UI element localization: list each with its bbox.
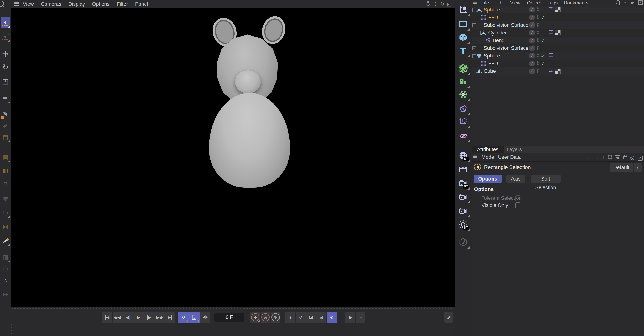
section-tab-options[interactable]: Options (474, 175, 502, 183)
tree-row-sphere[interactable]: −Sphere╱✓ (472, 52, 644, 60)
goto-end-button[interactable]: ▶| (165, 312, 175, 322)
editor-visibility-toggle[interactable]: ╱ (530, 15, 535, 20)
phong-tag-icon[interactable] (548, 7, 553, 13)
selection-frame-tool[interactable]: ◌ (0, 263, 10, 274)
filter-icon[interactable] (615, 155, 620, 161)
checkbox-tolerant-selection[interactable] (515, 195, 520, 201)
enabled-check-icon[interactable]: ✓ (541, 53, 545, 59)
tree-row-ffd[interactable]: FFD╱✓ (472, 14, 644, 21)
search-icon[interactable] (608, 155, 612, 161)
bend-deformer-button[interactable] (456, 103, 470, 116)
knife-tool[interactable] (0, 235, 10, 247)
popout-icon[interactable]: ↗ (638, 0, 643, 5)
align-edge-tool[interactable]: ⋈ (0, 221, 10, 233)
scale-tool[interactable]: ◳ (0, 76, 10, 87)
tree-row-ffd[interactable]: FFD╱✓ (472, 60, 644, 67)
visibility-dots[interactable] (537, 53, 538, 58)
visibility-dots[interactable] (537, 22, 538, 27)
primitive-cube-button[interactable] (456, 31, 470, 44)
editor-visibility-toggle[interactable]: ╱ (530, 7, 535, 12)
object-label[interactable]: Subdivision Surface (484, 45, 528, 51)
loop-mode-button[interactable]: ↻ (178, 312, 189, 322)
collapse-toggle[interactable]: − (472, 54, 476, 58)
axis-cube-button[interactable] (456, 116, 470, 129)
focus-icon[interactable]: ◎ (630, 154, 635, 161)
sky-globe-button[interactable]: ST (456, 149, 470, 162)
mograph-gear-button[interactable] (456, 88, 470, 101)
preset-dropdown[interactable]: Default (610, 163, 633, 172)
enabled-check-icon[interactable]: ✓ (541, 37, 545, 44)
om-menu-bookmarks[interactable]: Bookmarks (564, 0, 588, 6)
motion-orbit-button[interactable]: ◔ (356, 312, 366, 322)
visibility-dots[interactable] (537, 30, 538, 35)
object-label[interactable]: Sphere.1 (484, 7, 504, 13)
phong-tag-icon[interactable] (548, 53, 553, 59)
viewport-3d[interactable] (11, 8, 455, 307)
texture-tag-icon[interactable] (555, 30, 560, 35)
key-rotation-button[interactable]: ↺ (296, 312, 306, 322)
palette-grip-horizontal[interactable] (12, 308, 454, 310)
om-menu-view[interactable]: View (510, 0, 521, 6)
mode-value[interactable]: User Data (498, 154, 521, 160)
current-frame-field[interactable]: 0 F (214, 313, 244, 321)
move-tool[interactable] (0, 48, 10, 60)
orbit-rotate-icon[interactable]: ↻ (440, 0, 444, 8)
motext-button[interactable]: T (456, 44, 470, 58)
object-label[interactable]: Cube (484, 68, 496, 74)
checkbox-visible-only[interactable] (515, 202, 520, 208)
preset-dropdown-arrow[interactable]: ▼ (634, 163, 642, 172)
take-film-button[interactable] (189, 312, 200, 322)
extrude-cube-tool[interactable]: ◧ (0, 165, 10, 176)
rectangle-selection-tool[interactable] (0, 17, 10, 29)
tree-row-bend[interactable]: Bend╱✓ (472, 37, 644, 44)
dolly-zoom-icon[interactable]: ⇕ (434, 0, 438, 8)
visibility-dots[interactable] (537, 61, 538, 66)
spline-rectangle-button[interactable] (456, 18, 470, 31)
tree-row-sphere-1[interactable]: −Sphere.1╱ (472, 6, 644, 14)
array-offset-tool[interactable]: ↦ (0, 288, 10, 300)
cage-deformer-tool[interactable]: ◉ (0, 192, 10, 203)
om-menu-tags[interactable]: Tags (548, 0, 558, 6)
texture-tag-icon[interactable] (555, 7, 560, 12)
autokey-button[interactable]: A (260, 312, 270, 322)
menu-panel[interactable]: Panel (135, 0, 148, 8)
visibility-dots[interactable] (537, 38, 538, 43)
editor-visibility-toggle[interactable]: ╱ (530, 53, 535, 59)
modeling-axis-button[interactable] (456, 4, 470, 17)
polygon-cube-tool[interactable]: ▣ (0, 151, 10, 163)
menu-display[interactable]: Display (68, 0, 85, 8)
tree-row-cylinder[interactable]: −Cylinder╱ (472, 29, 644, 37)
palette-grip-vertical[interactable] (11, 322, 13, 336)
menu-options[interactable]: Options (92, 0, 110, 8)
section-tab-soft-selection[interactable]: Soft Selection (531, 175, 560, 183)
camera-st-button[interactable]: ST (456, 177, 470, 190)
search-icon[interactable] (616, 0, 620, 5)
editor-visibility-toggle[interactable]: ╱ (530, 61, 535, 66)
filter-icon[interactable] (630, 0, 635, 5)
search-icon[interactable] (0, 2, 3, 7)
home-icon[interactable]: ⌂ (624, 0, 626, 5)
key-mute-button[interactable]: ⊘ (327, 312, 336, 322)
menu-filter[interactable]: Filter (117, 0, 128, 8)
mode-menu[interactable]: Mode (482, 154, 494, 160)
back-arrow-icon[interactable]: ← (586, 155, 591, 161)
prev-frame-button[interactable]: ◀| (123, 312, 133, 322)
up-arrow-icon[interactable]: ↑ (602, 155, 605, 161)
expand-timeline-button[interactable]: ⇗ (444, 312, 454, 322)
om-menu-object[interactable]: Object (527, 0, 541, 6)
editor-visibility-toggle[interactable]: ╱ (530, 38, 535, 43)
camera-play-button[interactable] (456, 191, 470, 204)
menu-icon[interactable] (14, 2, 20, 6)
enabled-check-icon[interactable]: ✓ (541, 14, 545, 21)
material-hexagon-button[interactable] (456, 236, 470, 249)
texture-tag-icon[interactable] (555, 69, 560, 74)
object-label[interactable]: Cylinder (488, 30, 507, 36)
menu-view[interactable]: View (23, 0, 34, 8)
key-scale-button[interactable]: ◪ (306, 312, 316, 322)
goto-start-button[interactable]: |◀ (102, 312, 112, 322)
key-position-button[interactable]: ◈ (286, 312, 296, 322)
visibility-dots[interactable] (537, 45, 538, 50)
maximize-view-icon[interactable]: ◱ (447, 0, 452, 8)
tweak-mode-tool[interactable]: ▦ (0, 131, 10, 143)
object-label[interactable]: FFD (488, 61, 498, 67)
